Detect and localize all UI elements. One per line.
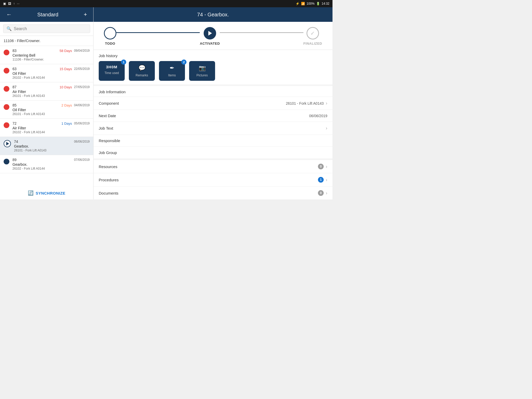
job-id: 87: [12, 85, 17, 89]
job-date: 05/06/2019: [74, 122, 90, 125]
resource-row-procedures[interactable]: Procedures 1 ›: [94, 173, 332, 187]
badge-items: 2: [181, 59, 187, 65]
info-value-next-date: 06/06/2019: [309, 114, 327, 118]
job-item-83[interactable]: 83 58 Days 09/04/2019 Centering Bell 111…: [0, 46, 93, 64]
job-date: 07/06/2019: [74, 158, 90, 162]
more-icon: ···: [17, 2, 19, 5]
status-bar: ▣ 🖼 ↑ ··· ⚡ 📶 100% 🔋 14:32: [0, 0, 332, 7]
job-red-indicator: [4, 104, 9, 110]
back-icon: ←: [6, 11, 12, 18]
job-information-title: Job Information: [94, 86, 332, 97]
right-header: 74 - Gearbox.: [94, 7, 332, 22]
resource-row-resources[interactable]: Resources 0 ›: [94, 160, 332, 173]
info-label-responsible: Responsible: [99, 138, 120, 143]
job-component: 26102 - Fork Lift A0144: [12, 76, 90, 79]
info-row-next-date[interactable]: Next Date 06/06/2019: [94, 110, 332, 122]
sync-label: SYNCHRONIZE: [36, 191, 65, 195]
clock: 14:32: [322, 2, 329, 5]
job-item-header: 87 10 Days 27/05/2019: [12, 85, 90, 89]
info-row-job-group[interactable]: Job Group: [94, 147, 332, 158]
job-days: 10 Days: [59, 85, 72, 89]
plus-icon: +: [84, 11, 87, 18]
job-name: Oil Filter: [12, 71, 90, 76]
job-name: Air Filter: [12, 126, 90, 130]
job-component: 26101 - Fork Lift A0143: [14, 149, 90, 152]
check-icon: ✓: [310, 30, 315, 36]
job-date: 09/04/2019: [74, 49, 90, 52]
job-date: 22/05/2019: [74, 67, 90, 71]
synchronize-button[interactable]: 🔄 SYNCHRONIZE: [0, 187, 93, 200]
job-item-header: 74 06/06/2019: [14, 139, 90, 144]
history-btn-pictures[interactable]: 📷 Pictures: [189, 61, 215, 81]
history-btn-time-used[interactable]: 1 3H0M Time used: [99, 61, 125, 81]
resources-section: Resources 0 › Procedures 1 › Documents 0…: [94, 160, 332, 200]
play-icon: [208, 31, 212, 36]
job-item-header: 83 58 Days 09/04/2019: [12, 49, 90, 53]
job-item-87[interactable]: 87 10 Days 27/05/2019 Air Filter 26101 -…: [0, 82, 93, 101]
job-play-indicator: [4, 140, 11, 147]
info-label-job-group: Job Group: [99, 150, 117, 155]
hist-btn-label-remarks: Remarks: [136, 74, 148, 77]
resource-rows: Resources 0 › Procedures 1 › Documents 0…: [94, 160, 332, 200]
history-btn-remarks[interactable]: 💬 Remarks: [129, 61, 155, 81]
search-input[interactable]: [14, 26, 87, 31]
step-line-2: [220, 32, 303, 33]
bluetooth-icon: ⚡: [296, 2, 300, 5]
battery-level: 100%: [307, 2, 315, 5]
job-item-header: 89 07/06/2019: [12, 158, 90, 162]
job-item-72[interactable]: 72 1 Days 05/06/2019 Air Filter 26102 - …: [0, 119, 93, 137]
job-item-63[interactable]: 63 15 Days 22/05/2019 Oil Filter 26102 -…: [0, 64, 93, 82]
step-activated: ACTIVATED: [200, 27, 220, 45]
left-panel-title: Standard: [37, 12, 58, 18]
job-item-89[interactable]: 89 07/06/2019 Gearbox. 26102 - Fork Lift…: [0, 155, 93, 173]
step-activated-label: ACTIVATED: [200, 42, 220, 45]
job-red-indicator: [4, 86, 9, 92]
step-finalized-label: FINALIZED: [303, 42, 322, 45]
job-dark-indicator: [4, 159, 9, 164]
sync-icon: 🔄: [28, 190, 34, 196]
search-bar: 🔍: [0, 22, 93, 36]
resource-label-resources: Resources: [99, 164, 117, 169]
right-content: TODO ACTIVATED ✓ FINALIZED: [94, 22, 332, 200]
chevron-icon-job-text: ›: [326, 125, 327, 131]
info-rows: Component 26101 - Fork Lift A0143› Next …: [94, 97, 332, 158]
step-todo-label: TODO: [105, 42, 115, 45]
job-name: Air Filter: [12, 90, 90, 94]
resource-row-documents[interactable]: Documents 0 ›: [94, 187, 332, 200]
upload-icon: ↑: [13, 2, 15, 5]
job-name: Gearbox.: [12, 162, 90, 167]
job-item-85[interactable]: 85 2 Days 04/06/2019 Oil Filter 26101 - …: [0, 101, 93, 119]
hist-btn-label-pictures: Pictures: [196, 74, 208, 77]
info-label-job-text: Job Text: [99, 126, 113, 130]
resource-badge-procedures: 1: [318, 177, 324, 183]
job-information-section: Job Information Component 26101 - Fork L…: [94, 86, 332, 158]
chevron-icon-procedures: ›: [326, 177, 327, 183]
back-button[interactable]: ←: [4, 10, 14, 19]
job-item-header: 72 1 Days 05/06/2019: [12, 121, 90, 125]
resource-value-resources: 0 ›: [318, 164, 327, 169]
hist-btn-label-time-used: Time used: [104, 71, 119, 75]
job-id: 63: [12, 67, 17, 71]
job-id: 85: [12, 103, 17, 107]
search-wrapper[interactable]: 🔍: [3, 24, 90, 33]
badge-time-used: 1: [121, 59, 126, 65]
hist-btn-icon-items: ✒: [170, 65, 174, 71]
filler-row: 11106 - Filler/Crowner.: [0, 36, 93, 46]
job-component: 26101 - Fork Lift A0143: [12, 112, 90, 116]
add-button[interactable]: +: [82, 10, 89, 19]
job-info: 89 07/06/2019 Gearbox. 26102 - Fork Lift…: [12, 158, 90, 170]
resource-badge-documents: 0: [318, 190, 324, 196]
info-row-job-text[interactable]: Job Text ›: [94, 122, 332, 135]
status-bar-left: ▣ 🖼 ↑ ···: [3, 2, 19, 5]
search-icon: 🔍: [6, 26, 12, 31]
info-row-component[interactable]: Component 26101 - Fork Lift A0143›: [94, 97, 332, 110]
info-row-responsible[interactable]: Responsible: [94, 135, 332, 147]
resource-badge-resources: 0: [318, 164, 324, 169]
job-item-74[interactable]: 74 06/06/2019 Gearbox. 26101 - Fork Lift…: [0, 137, 93, 155]
job-info: 85 2 Days 04/06/2019 Oil Filter 26101 - …: [12, 103, 90, 116]
history-btn-items[interactable]: 2 ✒ Items: [159, 61, 185, 81]
resource-value-procedures: 1 ›: [318, 177, 327, 183]
job-component: 26101 - Fork Lift A0143: [12, 94, 90, 98]
job-red-indicator: [4, 68, 9, 74]
hist-btn-icon-pictures: 📷: [199, 65, 206, 71]
